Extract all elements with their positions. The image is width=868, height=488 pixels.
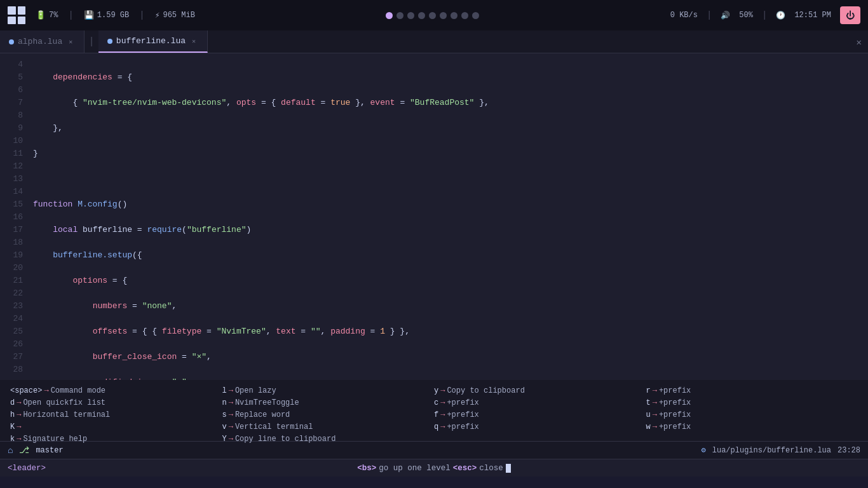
line-num-12: 12 bbox=[0, 160, 23, 173]
sc-arrow-u: → bbox=[653, 409, 657, 421]
sc-key-space: <space> bbox=[10, 385, 42, 397]
shortcut-h: h → Horizontal terminal bbox=[10, 409, 222, 421]
sc-arrow-t: → bbox=[653, 397, 657, 409]
line-num-22: 22 bbox=[0, 287, 23, 300]
sc-arrow-y: → bbox=[440, 385, 445, 397]
workspace-dot-9[interactable] bbox=[472, 12, 479, 19]
cmdline-leader: <leader> bbox=[8, 464, 46, 473]
sc-desc-q: +prefix bbox=[447, 421, 478, 433]
time-value: 12:51 PM bbox=[794, 11, 831, 20]
tab-label-bufferline: bufferline.lua bbox=[116, 36, 186, 46]
workspace-dot-2[interactable] bbox=[397, 12, 403, 19]
workspace-dot-5[interactable] bbox=[429, 12, 436, 19]
tab-close-bufferline[interactable]: ✕ bbox=[189, 37, 198, 46]
sc-desc-v: Vertical terminal bbox=[235, 421, 313, 433]
sc-key-v: v bbox=[222, 421, 227, 433]
sc-desc-d: Open quickfix list bbox=[23, 397, 105, 409]
code-line-16: modified_icon = "●", bbox=[33, 376, 868, 380]
apps-icon[interactable] bbox=[8, 6, 25, 24]
sc-desc-y: Copy to clipboard bbox=[447, 385, 524, 397]
editor: 4 5 6 7 8 9 10 11 12 13 14 15 16 17 18 1… bbox=[0, 53, 868, 380]
sc-desc-u: +prefix bbox=[659, 409, 691, 421]
sc-arrow-Y: → bbox=[229, 433, 233, 445]
shortcut-n: n → NvimTreeToggle bbox=[222, 397, 435, 409]
sc-key-s: s bbox=[222, 409, 227, 421]
tab-close-alpha[interactable]: ✕ bbox=[66, 37, 75, 46]
power-button[interactable]: ⏻ bbox=[840, 6, 860, 24]
swap-stat: ⚡ 965 MiB bbox=[155, 10, 195, 20]
tab-bufferline-lua[interactable]: bufferline.lua ✕ bbox=[98, 30, 208, 53]
workspace-dot-8[interactable] bbox=[461, 12, 468, 19]
shortcut-f: f → +prefix bbox=[434, 409, 646, 421]
sc-key-w: w bbox=[646, 421, 651, 433]
sc-key-n: n bbox=[222, 397, 227, 409]
workspace-dots bbox=[386, 12, 479, 19]
branch-icon: ⎇ bbox=[19, 445, 29, 456]
line-num-25: 25 bbox=[0, 325, 23, 338]
shortcut-l: l → Open lazy bbox=[222, 385, 435, 397]
sc-desc-k: Signature help bbox=[23, 433, 87, 445]
code-line-14: offsets = { { filetype = "NvimTree", tex… bbox=[33, 325, 868, 338]
line-num-21: 21 bbox=[0, 274, 23, 287]
line-num-7: 7 bbox=[0, 97, 23, 109]
tabbar: alpha.lua ✕ | bufferline.lua ✕ ✕ bbox=[0, 30, 868, 53]
line-numbers: 4 5 6 7 8 9 10 11 12 13 14 15 16 17 18 1… bbox=[0, 53, 28, 380]
volume-value: 50% bbox=[739, 11, 753, 20]
memory-value: 1.59 GB bbox=[97, 11, 129, 20]
code-line-5: { "nvim-tree/nvim-web-devicons", opts = … bbox=[33, 97, 868, 109]
line-num-11: 11 bbox=[0, 147, 23, 160]
code-line-11: bufferline.setup({ bbox=[33, 249, 868, 262]
shortcut-u: u → +prefix bbox=[646, 409, 858, 421]
network-stat: 0 KB/s bbox=[670, 11, 698, 20]
line-num-20: 20 bbox=[0, 262, 23, 274]
code-content[interactable]: dependencies = { { "nvim-tree/nvim-web-d… bbox=[28, 53, 868, 380]
volume-icon: 🔊 bbox=[721, 11, 730, 20]
shortcut-Y: Y → Copy line to clipboard bbox=[222, 433, 435, 445]
shortcut-s: s → Replace word bbox=[222, 409, 435, 421]
sc-arrow-l: → bbox=[229, 385, 233, 397]
shortcut-k: k → Signature help bbox=[10, 433, 222, 445]
topbar-right: 0 KB/s | 🔊 50% | 🕐 12:51 PM ⏻ bbox=[670, 6, 860, 24]
sep3: | bbox=[707, 10, 712, 20]
shortcut-t: t → +prefix bbox=[646, 397, 858, 409]
cmdline-bs: <bs> bbox=[357, 464, 376, 473]
tab-alpha-lua[interactable]: alpha.lua ✕ bbox=[0, 30, 85, 53]
code-line-15: buffer_close_icon = "×", bbox=[33, 351, 868, 363]
sc-key-q: q bbox=[434, 421, 438, 433]
line-num-23: 23 bbox=[0, 300, 23, 313]
shortcut-v: v → Vertical terminal bbox=[222, 421, 435, 433]
sep2: | bbox=[139, 10, 144, 20]
workspace-dot-7[interactable] bbox=[451, 12, 458, 19]
sep4: | bbox=[762, 10, 767, 20]
sc-key-l: l bbox=[222, 385, 227, 397]
battery-value: 7% bbox=[49, 11, 58, 20]
cursor-position: 23:28 bbox=[837, 446, 860, 455]
sc-desc-c: +prefix bbox=[447, 397, 478, 409]
sc-arrow-c: → bbox=[440, 397, 445, 409]
workspace-dot-4[interactable] bbox=[418, 12, 425, 19]
sc-key-f: f bbox=[434, 409, 438, 421]
home-icon: ⌂ bbox=[8, 445, 13, 456]
battery-stat: 🔋 7% bbox=[36, 10, 58, 20]
line-num-15: 15 bbox=[0, 198, 23, 211]
sc-key-d: d bbox=[10, 397, 15, 409]
editor-close-icon[interactable]: ✕ bbox=[857, 36, 862, 47]
sc-arrow-w: → bbox=[653, 421, 657, 433]
code-line-12: options = { bbox=[33, 274, 868, 287]
sc-arrow-K: → bbox=[17, 421, 21, 433]
workspace-dot-6[interactable] bbox=[440, 12, 447, 19]
line-num-10: 10 bbox=[0, 135, 23, 147]
shortcut-y: y → Copy to clipboard bbox=[434, 385, 646, 397]
sc-arrow-v: → bbox=[229, 421, 233, 433]
line-num-5: 5 bbox=[0, 71, 23, 84]
cmdline-close-text: close bbox=[479, 464, 503, 473]
sc-desc-l: Open lazy bbox=[235, 385, 276, 397]
line-num-16: 16 bbox=[0, 211, 23, 224]
line-num-13: 13 bbox=[0, 173, 23, 186]
swap-value: 965 MiB bbox=[163, 11, 194, 20]
sc-arrow-s: → bbox=[229, 409, 233, 421]
workspace-dot-1[interactable] bbox=[386, 12, 393, 19]
code-line-10: local bufferline = require("bufferline") bbox=[33, 224, 868, 236]
workspace-dot-3[interactable] bbox=[407, 12, 414, 19]
sc-arrow-f: → bbox=[440, 409, 445, 421]
